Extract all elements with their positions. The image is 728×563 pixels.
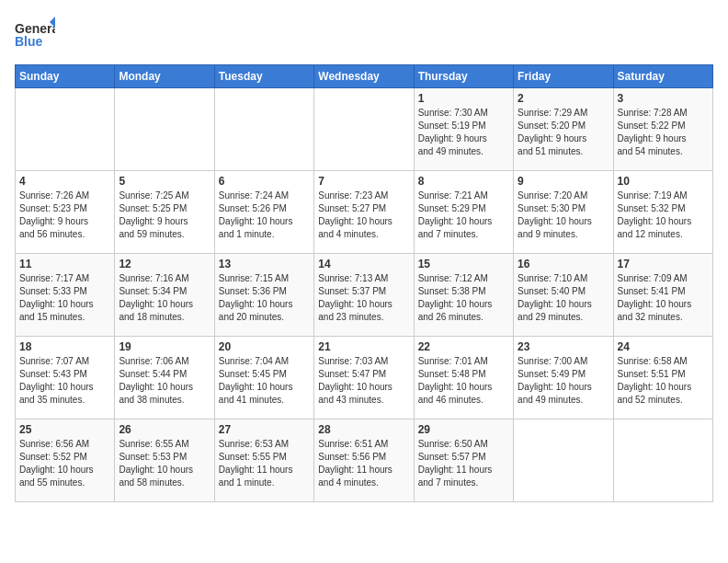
day-number: 19 <box>119 340 210 353</box>
day-info: Sunrise: 6:51 AM Sunset: 5:56 PM Dayligh… <box>318 438 409 489</box>
calendar-cell: 19Sunrise: 7:06 AM Sunset: 5:44 PM Dayli… <box>115 337 214 419</box>
calendar-cell: 29Sunrise: 6:50 AM Sunset: 5:57 PM Dayli… <box>414 419 513 502</box>
weekday-header-wednesday: Wednesday <box>314 65 414 88</box>
calendar-cell: 22Sunrise: 7:01 AM Sunset: 5:48 PM Dayli… <box>414 337 513 419</box>
day-info: Sunrise: 7:25 AM Sunset: 5:25 PM Dayligh… <box>119 190 210 241</box>
day-number: 6 <box>219 175 310 188</box>
calendar-cell: 13Sunrise: 7:15 AM Sunset: 5:36 PM Dayli… <box>214 254 313 337</box>
day-info: Sunrise: 7:19 AM Sunset: 5:32 PM Dayligh… <box>618 190 709 241</box>
day-number: 14 <box>318 258 409 270</box>
calendar-cell: 3Sunrise: 7:28 AM Sunset: 5:22 PM Daylig… <box>613 88 712 171</box>
day-info: Sunrise: 7:15 AM Sunset: 5:36 PM Dayligh… <box>219 272 310 324</box>
day-number: 9 <box>518 175 609 188</box>
day-number: 7 <box>318 175 409 188</box>
day-number: 28 <box>318 423 409 436</box>
calendar-week-row: 25Sunrise: 6:56 AM Sunset: 5:52 PM Dayli… <box>16 419 713 502</box>
calendar-cell <box>16 88 115 171</box>
calendar-cell: 14Sunrise: 7:13 AM Sunset: 5:37 PM Dayli… <box>314 254 414 337</box>
day-number: 12 <box>119 258 210 270</box>
day-number: 18 <box>19 340 110 353</box>
day-info: Sunrise: 6:58 AM Sunset: 5:51 PM Dayligh… <box>618 355 709 407</box>
day-info: Sunrise: 6:50 AM Sunset: 5:57 PM Dayligh… <box>418 438 509 489</box>
day-number: 10 <box>618 175 709 188</box>
day-info: Sunrise: 7:13 AM Sunset: 5:37 PM Dayligh… <box>318 272 409 324</box>
day-number: 15 <box>418 258 509 270</box>
calendar-table: SundayMondayTuesdayWednesdayThursdayFrid… <box>15 64 713 502</box>
day-number: 13 <box>219 258 310 270</box>
calendar-cell: 6Sunrise: 7:24 AM Sunset: 5:26 PM Daylig… <box>214 171 313 254</box>
day-info: Sunrise: 7:01 AM Sunset: 5:48 PM Dayligh… <box>418 355 509 407</box>
calendar-cell: 18Sunrise: 7:07 AM Sunset: 5:43 PM Dayli… <box>16 337 115 419</box>
day-number: 22 <box>418 340 509 353</box>
calendar-cell: 11Sunrise: 7:17 AM Sunset: 5:33 PM Dayli… <box>16 254 115 337</box>
calendar-week-row: 11Sunrise: 7:17 AM Sunset: 5:33 PM Dayli… <box>16 254 713 337</box>
day-info: Sunrise: 7:07 AM Sunset: 5:43 PM Dayligh… <box>19 355 110 407</box>
calendar-cell: 26Sunrise: 6:55 AM Sunset: 5:53 PM Dayli… <box>115 419 214 502</box>
weekday-header-monday: Monday <box>115 65 214 88</box>
calendar-cell: 5Sunrise: 7:25 AM Sunset: 5:25 PM Daylig… <box>115 171 214 254</box>
calendar-cell: 28Sunrise: 6:51 AM Sunset: 5:56 PM Dayli… <box>314 419 414 502</box>
day-number: 3 <box>618 92 709 105</box>
day-info: Sunrise: 6:56 AM Sunset: 5:52 PM Dayligh… <box>19 438 110 489</box>
calendar-cell: 8Sunrise: 7:21 AM Sunset: 5:29 PM Daylig… <box>414 171 513 254</box>
day-number: 21 <box>318 340 409 353</box>
day-number: 8 <box>418 175 509 188</box>
day-number: 5 <box>119 175 210 188</box>
weekday-header-friday: Friday <box>514 65 613 88</box>
day-number: 2 <box>518 92 609 105</box>
weekday-header-sunday: Sunday <box>16 65 115 88</box>
day-info: Sunrise: 7:24 AM Sunset: 5:26 PM Dayligh… <box>219 190 310 241</box>
header: General Blue <box>15 15 713 55</box>
day-info: Sunrise: 7:17 AM Sunset: 5:33 PM Dayligh… <box>19 272 110 324</box>
calendar-week-row: 1Sunrise: 7:30 AM Sunset: 5:19 PM Daylig… <box>16 88 713 171</box>
day-number: 24 <box>618 340 709 353</box>
calendar-cell: 16Sunrise: 7:10 AM Sunset: 5:40 PM Dayli… <box>514 254 613 337</box>
day-info: Sunrise: 7:12 AM Sunset: 5:38 PM Dayligh… <box>418 272 509 324</box>
weekday-header-thursday: Thursday <box>414 65 513 88</box>
day-number: 16 <box>518 258 609 270</box>
day-number: 4 <box>19 175 110 188</box>
day-number: 1 <box>418 92 509 105</box>
day-info: Sunrise: 7:20 AM Sunset: 5:30 PM Dayligh… <box>518 190 609 241</box>
calendar-cell: 2Sunrise: 7:29 AM Sunset: 5:20 PM Daylig… <box>514 88 613 171</box>
calendar-cell <box>613 419 712 502</box>
calendar-cell: 21Sunrise: 7:03 AM Sunset: 5:47 PM Dayli… <box>314 337 414 419</box>
calendar-week-row: 18Sunrise: 7:07 AM Sunset: 5:43 PM Dayli… <box>16 337 713 419</box>
calendar-cell: 23Sunrise: 7:00 AM Sunset: 5:49 PM Dayli… <box>514 337 613 419</box>
day-number: 29 <box>418 423 509 436</box>
calendar-cell <box>115 88 214 171</box>
calendar-cell: 17Sunrise: 7:09 AM Sunset: 5:41 PM Dayli… <box>613 254 712 337</box>
weekday-header-tuesday: Tuesday <box>214 65 313 88</box>
day-number: 11 <box>19 258 110 270</box>
day-info: Sunrise: 7:06 AM Sunset: 5:44 PM Dayligh… <box>119 355 210 407</box>
calendar-cell: 25Sunrise: 6:56 AM Sunset: 5:52 PM Dayli… <box>16 419 115 502</box>
weekday-header-saturday: Saturday <box>613 65 712 88</box>
calendar-cell: 12Sunrise: 7:16 AM Sunset: 5:34 PM Dayli… <box>115 254 214 337</box>
calendar-cell <box>214 88 313 171</box>
weekday-header-row: SundayMondayTuesdayWednesdayThursdayFrid… <box>16 65 713 88</box>
day-info: Sunrise: 7:28 AM Sunset: 5:22 PM Dayligh… <box>618 107 709 158</box>
day-info: Sunrise: 7:29 AM Sunset: 5:20 PM Dayligh… <box>518 107 609 158</box>
day-info: Sunrise: 7:23 AM Sunset: 5:27 PM Dayligh… <box>318 190 409 241</box>
calendar-cell: 20Sunrise: 7:04 AM Sunset: 5:45 PM Dayli… <box>214 337 313 419</box>
calendar-cell: 24Sunrise: 6:58 AM Sunset: 5:51 PM Dayli… <box>613 337 712 419</box>
day-info: Sunrise: 7:30 AM Sunset: 5:19 PM Dayligh… <box>418 107 509 158</box>
calendar-cell <box>314 88 414 171</box>
day-info: Sunrise: 6:53 AM Sunset: 5:55 PM Dayligh… <box>219 438 310 489</box>
calendar-cell: 27Sunrise: 6:53 AM Sunset: 5:55 PM Dayli… <box>214 419 313 502</box>
day-info: Sunrise: 7:26 AM Sunset: 5:23 PM Dayligh… <box>19 190 110 241</box>
calendar-cell: 1Sunrise: 7:30 AM Sunset: 5:19 PM Daylig… <box>414 88 513 171</box>
svg-text:Blue: Blue <box>15 34 43 49</box>
day-number: 17 <box>618 258 709 270</box>
day-number: 20 <box>219 340 310 353</box>
day-info: Sunrise: 7:00 AM Sunset: 5:49 PM Dayligh… <box>518 355 609 407</box>
day-info: Sunrise: 6:55 AM Sunset: 5:53 PM Dayligh… <box>119 438 210 489</box>
day-number: 26 <box>119 423 210 436</box>
logo: General Blue <box>15 15 55 55</box>
calendar-cell: 9Sunrise: 7:20 AM Sunset: 5:30 PM Daylig… <box>514 171 613 254</box>
day-info: Sunrise: 7:21 AM Sunset: 5:29 PM Dayligh… <box>418 190 509 241</box>
day-number: 25 <box>19 423 110 436</box>
day-info: Sunrise: 7:16 AM Sunset: 5:34 PM Dayligh… <box>119 272 210 324</box>
logo-icon: General Blue <box>15 15 55 55</box>
calendar-cell: 10Sunrise: 7:19 AM Sunset: 5:32 PM Dayli… <box>613 171 712 254</box>
